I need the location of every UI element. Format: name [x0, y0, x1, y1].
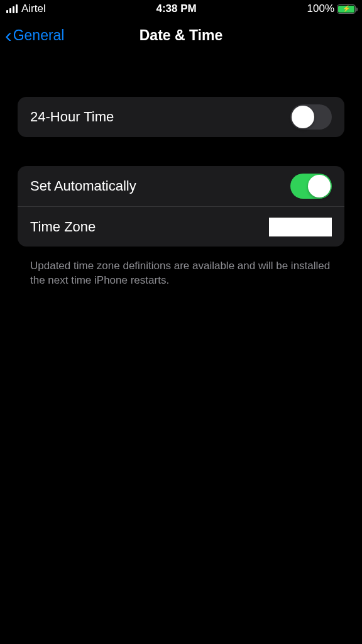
toggle-knob	[308, 175, 331, 197]
label-time-zone: Time Zone	[30, 219, 96, 235]
row-set-automatically: Set Automatically	[18, 166, 344, 206]
navigation-bar: ‹ General Date & Time	[0, 18, 362, 53]
row-time-zone[interactable]: Time Zone	[18, 206, 344, 247]
label-set-automatically: Set Automatically	[30, 178, 136, 194]
battery-percentage: 100%	[307, 3, 334, 15]
settings-group-2: Set Automatically Time Zone	[18, 166, 344, 247]
toggle-knob	[292, 106, 314, 128]
status-bar: Airtel 4:38 PM 100% ⚡	[0, 0, 362, 18]
back-label: General	[13, 27, 65, 44]
chevron-left-icon: ‹	[5, 25, 12, 45]
settings-group-1: 24-Hour Time	[18, 97, 344, 137]
toggle-set-automatically[interactable]	[290, 174, 332, 199]
footer-note: Updated time zone definitions are availa…	[18, 253, 344, 288]
page-title: Date & Time	[140, 27, 223, 44]
charging-bolt-icon: ⚡	[343, 6, 350, 12]
status-left: Airtel	[6, 3, 46, 15]
label-24-hour-time: 24-Hour Time	[30, 109, 114, 125]
signal-strength-icon	[6, 4, 18, 13]
status-time: 4:38 PM	[156, 3, 197, 15]
back-button[interactable]: ‹ General	[5, 25, 64, 45]
status-right: 100% ⚡	[307, 3, 356, 15]
time-zone-value	[269, 218, 332, 236]
toggle-24-hour-time[interactable]	[290, 104, 332, 130]
carrier-label: Airtel	[21, 3, 46, 15]
battery-icon: ⚡	[337, 4, 356, 14]
settings-content: 24-Hour Time Set Automatically Time Zone…	[0, 53, 362, 288]
row-24-hour-time: 24-Hour Time	[18, 97, 344, 137]
